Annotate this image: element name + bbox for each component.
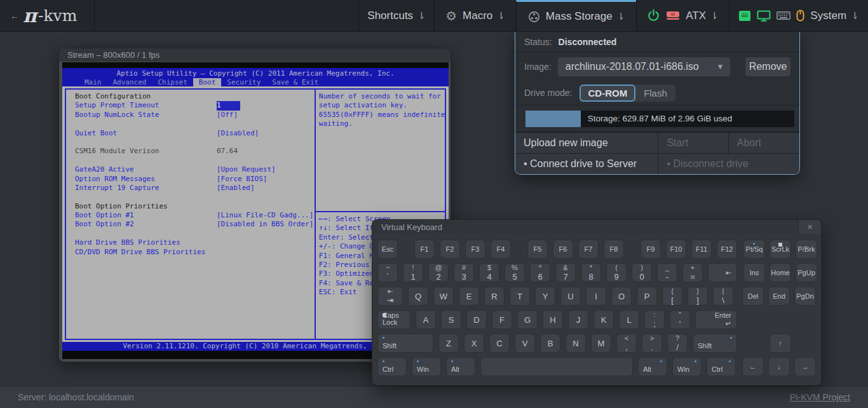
connect-drive-button[interactable]: • Connect drive to Server: [515, 154, 658, 174]
key-comma[interactable]: <,: [616, 334, 637, 353]
key-page-down[interactable]: PgDn: [794, 287, 816, 306]
key-bracket-close[interactable]: }]: [688, 287, 708, 306]
key-delete[interactable]: Del: [742, 287, 764, 306]
key-h[interactable]: H: [543, 310, 563, 329]
key-p[interactable]: P: [637, 287, 657, 306]
key-ctrl-left[interactable]: Ctrl: [377, 357, 407, 376]
mode-flash-button[interactable]: Flash: [635, 85, 675, 102]
key-0[interactable]: )0: [632, 263, 652, 282]
key-s[interactable]: S: [441, 310, 461, 329]
key-backspace[interactable]: ⇤: [708, 263, 737, 282]
key-f8[interactable]: F8: [604, 240, 624, 259]
key-x[interactable]: X: [464, 334, 484, 353]
key-z[interactable]: Z: [438, 334, 459, 353]
key-quote[interactable]: "': [670, 310, 690, 329]
key-bracket-open[interactable]: {[: [662, 287, 682, 306]
key-i[interactable]: I: [586, 287, 606, 306]
key-alt-right[interactable]: Alt: [638, 357, 667, 376]
key-l[interactable]: L: [619, 310, 639, 329]
key-6[interactable]: ^6: [530, 263, 550, 282]
key-j[interactable]: J: [568, 310, 588, 329]
key-f4[interactable]: F4: [491, 240, 511, 259]
key-slash[interactable]: ?/: [667, 334, 688, 353]
key-semicolon[interactable]: :;: [644, 310, 665, 329]
mode-cdrom-button[interactable]: CD-ROM: [580, 85, 635, 102]
key-home[interactable]: Home: [770, 263, 791, 282]
key-arrow-left[interactable]: ←: [742, 357, 764, 376]
key-end[interactable]: End: [768, 287, 790, 306]
key-4[interactable]: $4: [479, 263, 499, 282]
key-t[interactable]: T: [510, 287, 530, 306]
key-1[interactable]: !1: [403, 263, 423, 282]
key-scroll-lock[interactable]: ScrLk: [770, 240, 791, 259]
start-button[interactable]: Start: [658, 133, 728, 153]
project-link[interactable]: Pi-KVM Project: [790, 392, 850, 402]
key-backtick[interactable]: ~`: [377, 263, 398, 282]
disconnect-drive-button[interactable]: • Disconnect drive: [658, 154, 799, 174]
nav-item-mass-storage[interactable]: Mass Storage ⇂: [516, 0, 636, 31]
key-page-up[interactable]: PgUp: [796, 263, 817, 282]
key-3[interactable]: #3: [454, 263, 474, 282]
key-period[interactable]: >.: [642, 334, 662, 353]
key-r[interactable]: R: [484, 287, 505, 306]
key-f11[interactable]: F11: [691, 240, 712, 259]
close-icon[interactable]: ×: [798, 220, 821, 234]
key-f1[interactable]: F1: [414, 240, 435, 259]
key-g[interactable]: G: [517, 310, 538, 329]
key-print-screen[interactable]: Pt/Sq: [743, 240, 765, 259]
key-v[interactable]: V: [515, 334, 535, 353]
key-u[interactable]: U: [560, 287, 581, 306]
key-9[interactable]: (9: [606, 263, 627, 282]
key-7[interactable]: &7: [555, 263, 576, 282]
stream-window-titlebar[interactable]: Stream – 800x600 / 1 fps: [59, 48, 451, 62]
nav-item-system[interactable]: System ⇂: [729, 0, 868, 31]
key-a[interactable]: A: [416, 310, 436, 329]
key-f3[interactable]: F3: [465, 240, 485, 259]
key-backslash[interactable]: |\: [713, 287, 733, 306]
key-alt-left[interactable]: Alt: [446, 357, 475, 376]
key-f5[interactable]: F5: [527, 240, 548, 259]
key-f7[interactable]: F7: [578, 240, 599, 259]
abort-button[interactable]: Abort: [728, 133, 799, 153]
nav-item-atx[interactable]: ATX ⇂: [636, 0, 729, 31]
key-ctrl-right[interactable]: Ctrl: [707, 357, 736, 376]
key-f10[interactable]: F10: [666, 240, 686, 259]
key-k[interactable]: K: [593, 310, 614, 329]
key-e[interactable]: E: [459, 287, 479, 306]
key-m[interactable]: M: [591, 334, 611, 353]
key-b[interactable]: B: [540, 334, 560, 353]
key-f2[interactable]: F2: [440, 240, 460, 259]
key-n[interactable]: N: [566, 334, 586, 353]
key-arrow-down[interactable]: ↓: [768, 357, 790, 376]
key-caps-lock[interactable]: Caps Lock: [377, 310, 410, 329]
logo[interactable]: ← π -kvm: [0, 0, 94, 31]
remove-button[interactable]: Remove: [745, 57, 790, 76]
nav-item-shortcuts[interactable]: Shortcuts ⇂: [358, 0, 434, 31]
key-minus[interactable]: _-: [657, 263, 677, 282]
key-shift-right[interactable]: Shift: [693, 334, 737, 353]
key-f12[interactable]: F12: [717, 240, 737, 259]
key-insert[interactable]: Ins: [743, 263, 765, 282]
key-o[interactable]: O: [611, 287, 632, 306]
key-f6[interactable]: F6: [553, 240, 573, 259]
nav-item-macro[interactable]: ⚙ Macro ⇂: [434, 0, 516, 31]
key-d[interactable]: D: [466, 310, 487, 329]
key-shift-left[interactable]: Shift: [377, 334, 433, 353]
key-space[interactable]: [480, 357, 633, 376]
key-win-left[interactable]: Win: [412, 357, 441, 376]
key-f9[interactable]: F9: [641, 240, 661, 259]
key-equals[interactable]: +=: [682, 263, 703, 282]
virtual-keyboard-titlebar[interactable]: Virtual Keyboard ×: [372, 220, 821, 234]
key-esc[interactable]: Esc: [377, 240, 398, 259]
key-enter[interactable]: Enter↵: [695, 310, 737, 329]
key-5[interactable]: %5: [505, 263, 525, 282]
key-f[interactable]: F: [492, 310, 512, 329]
key-w[interactable]: W: [433, 287, 454, 306]
upload-new-image-button[interactable]: Upload new image: [515, 133, 658, 153]
key-arrow-right[interactable]: →: [794, 357, 816, 376]
key-8[interactable]: *8: [581, 263, 601, 282]
key-pause-break[interactable]: P/Brk: [796, 240, 817, 259]
key-q[interactable]: Q: [408, 287, 428, 306]
key-y[interactable]: Y: [535, 287, 555, 306]
key-tab[interactable]: ⇤⇥: [377, 287, 403, 306]
